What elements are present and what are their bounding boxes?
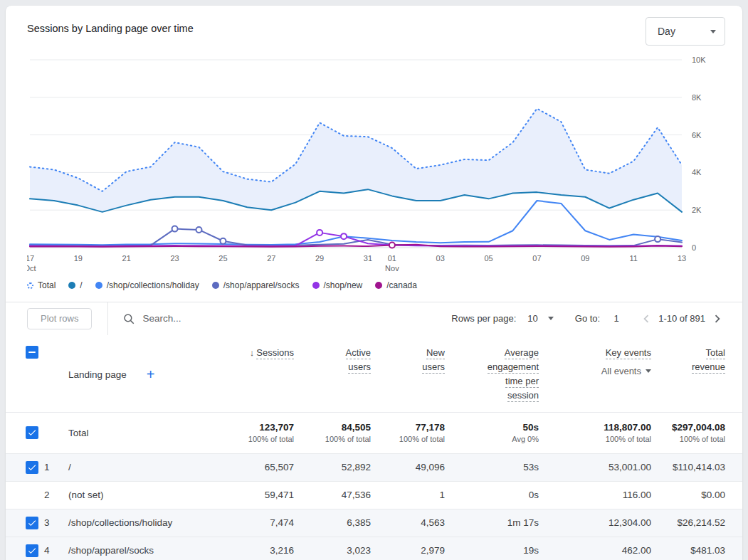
total-new-users: 77,178 xyxy=(371,422,445,433)
table-row[interactable]: 3 /shop/collections/holiday 7,474 6,385 … xyxy=(6,509,742,537)
pagination: 1-10 of 891 xyxy=(638,311,725,327)
legend-label: Total xyxy=(38,280,56,290)
rows-per-page-label: Rows per page: xyxy=(451,313,516,324)
y-axis-label: 10K xyxy=(692,56,706,64)
total-sessions: 123,707 xyxy=(226,422,294,433)
column-header-total-revenue[interactable]: Total revenue xyxy=(692,347,725,374)
legend-label: /canada xyxy=(386,280,417,290)
total-new-users-sub: 100% of total xyxy=(371,435,445,443)
chevron-down-icon xyxy=(548,317,554,320)
search-input[interactable] xyxy=(142,313,299,324)
new-users-cell: 2,979 xyxy=(371,545,445,556)
landing-page-cell: (not set) xyxy=(68,490,226,500)
legend-item-shop-collections-holiday[interactable]: /shop/collections/holiday xyxy=(95,280,199,290)
landing-page-cell: /shop/apparel/socks xyxy=(68,545,226,556)
landing-page-cell: /shop/collections/holiday xyxy=(68,517,226,528)
search-icon xyxy=(122,312,135,325)
legend-swatch xyxy=(212,282,219,289)
y-axis-label: 4K xyxy=(692,168,702,176)
legend-item-shop-new[interactable]: /shop/new xyxy=(312,280,363,290)
total-sessions-sub: 100% of total xyxy=(226,435,294,443)
row-checkbox[interactable] xyxy=(26,544,38,557)
column-header-key-events[interactable]: Key events xyxy=(606,347,651,359)
add-dimension-icon[interactable]: + xyxy=(147,368,155,381)
active-users-cell: 6,385 xyxy=(294,517,371,528)
landing-page-cell: / xyxy=(68,462,226,472)
total-revenue-cell: $481.03 xyxy=(651,545,742,556)
x-axis-label: 11 xyxy=(629,254,637,263)
total-active-users-sub: 100% of total xyxy=(294,435,371,443)
legend-item-root[interactable]: / xyxy=(68,280,82,290)
check-icon xyxy=(27,428,37,438)
total-revenue-cell: $110,414.03 xyxy=(651,462,742,472)
row-index: 3 xyxy=(44,517,68,528)
chevron-right-icon[interactable] xyxy=(710,311,725,327)
column-header-active-users[interactable]: Active users xyxy=(346,347,371,374)
column-header-sessions[interactable]: Sessions xyxy=(256,347,294,359)
legend-swatch xyxy=(27,282,33,289)
chevron-left-icon[interactable] xyxy=(638,311,654,327)
x-axis-label: 03 xyxy=(436,254,445,263)
x-axis-label: 29 xyxy=(315,254,324,263)
sessions-by-landing-page-card: Sessions by Landing page over time Day 0… xyxy=(6,6,742,560)
column-header-landing-page[interactable]: Landing page xyxy=(68,369,127,380)
page-title: Sessions by Landing page over time xyxy=(27,17,194,34)
row-checkbox[interactable] xyxy=(26,461,38,474)
x-axis-label: 13 xyxy=(678,254,686,263)
data-point-marker xyxy=(341,233,347,239)
legend-label: /shop/new xyxy=(324,280,363,290)
avg-engagement-cell: 53s xyxy=(445,462,539,472)
x-axis-label: 31 xyxy=(364,254,372,263)
x-axis-label: 09 xyxy=(581,254,589,263)
column-header-avg-engagement[interactable]: Average engagement time per session xyxy=(488,347,539,402)
legend-swatch xyxy=(375,282,382,289)
check-icon xyxy=(27,463,37,472)
new-users-cell: 49,096 xyxy=(371,462,445,472)
sessions-cell: 3,216 xyxy=(226,545,294,556)
legend-item-shop-apparel-socks[interactable]: /shop/apparel/socks xyxy=(212,280,300,290)
table-row[interactable]: 2 (not set) 59,471 47,536 1 0s 116.00 $0… xyxy=(6,481,742,509)
avg-engagement-cell: 0s xyxy=(445,490,539,500)
new-users-cell: 1 xyxy=(371,490,445,500)
go-to-input[interactable] xyxy=(607,313,626,324)
x-axis-label: 27 xyxy=(267,254,275,263)
granularity-select[interactable]: Day xyxy=(646,17,725,46)
table-row[interactable]: 4 /shop/apparel/socks 3,216 3,023 2,979 … xyxy=(6,537,742,560)
table-row[interactable]: 1 / 65,507 52,892 49,096 53s 53,001.00 $… xyxy=(6,453,742,481)
total-key-events: 118,807.00 xyxy=(539,422,651,433)
rows-per-page-select[interactable]: 10 xyxy=(527,313,553,324)
sort-descending-icon: ↓ xyxy=(250,347,255,358)
plot-rows-button[interactable]: Plot rows xyxy=(27,308,92,329)
key-events-cell: 116.00 xyxy=(539,490,651,500)
total-revenue-sub: 100% of total xyxy=(651,435,725,443)
legend-swatch xyxy=(68,282,75,289)
y-axis-label: 8K xyxy=(692,93,702,102)
sessions-cell: 65,507 xyxy=(226,462,294,472)
key-events-cell: 12,304.00 xyxy=(539,517,651,528)
x-axis-sublabel: Oct xyxy=(27,264,36,273)
table-toolbar: Plot rows Rows per page: 10 Go to: 1-10 … xyxy=(6,302,742,334)
y-axis-label: 2K xyxy=(692,206,702,214)
active-users-cell: 52,892 xyxy=(294,462,371,472)
card-header: Sessions by Landing page over time Day xyxy=(6,6,742,50)
legend-label: /shop/apparel/socks xyxy=(223,280,300,290)
legend-item-canada[interactable]: /canada xyxy=(375,280,417,290)
check-icon xyxy=(27,546,37,556)
legend-item-total[interactable]: Total xyxy=(27,280,56,290)
active-users-cell: 3,023 xyxy=(294,545,371,556)
legend-swatch xyxy=(312,282,320,289)
column-header-new-users[interactable]: New users xyxy=(422,347,445,374)
avg-engagement-cell: 19s xyxy=(445,545,539,556)
chart-area: 02K4K6K8K10K17Oct1921232527293101Nov0305… xyxy=(6,50,742,273)
data-point-marker xyxy=(389,243,395,248)
legend-label: / xyxy=(80,280,82,290)
legend-label: /shop/collections/holiday xyxy=(107,280,199,290)
new-users-cell: 4,563 xyxy=(371,517,445,528)
key-events-filter[interactable]: All events xyxy=(539,366,651,376)
data-point-marker xyxy=(317,230,322,236)
row-checkbox[interactable] xyxy=(26,517,38,529)
key-events-cell: 462.00 xyxy=(539,545,651,556)
total-row-checkbox[interactable] xyxy=(26,426,38,439)
select-all-checkbox[interactable] xyxy=(26,346,38,359)
toolbar-divider xyxy=(107,302,108,335)
